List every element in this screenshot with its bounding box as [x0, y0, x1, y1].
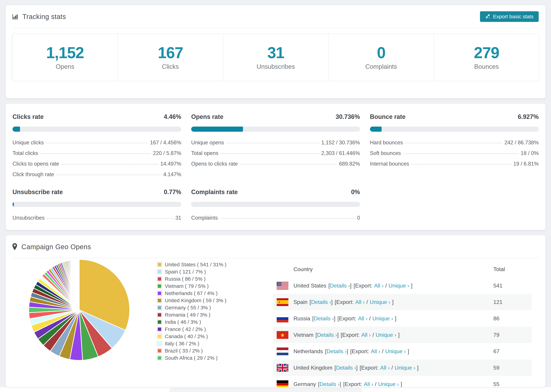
export-all-link[interactable]: All ›: [380, 365, 390, 371]
summary-label: Unsubscribes: [223, 63, 328, 70]
legend-item: Italy ( 36 / 2% ): [157, 340, 226, 347]
stat-label: Total opens: [191, 150, 218, 156]
legend-swatch: [157, 341, 162, 346]
legend-item: Russia ( 86 / 5% ): [157, 275, 226, 283]
stat-label: Unsubscribes: [13, 215, 45, 221]
legend-label: United Kingdom ( 59 / 3% ): [165, 298, 226, 303]
stat-row: Click through rate 4.147%: [13, 171, 181, 177]
legend-label: Vietnam ( 79 / 5% ): [165, 283, 209, 289]
export-all-link[interactable]: All ›: [361, 332, 371, 338]
rate-value: 6.927%: [518, 113, 539, 120]
pie-slice[interactable]: [79, 259, 79, 310]
table-row: Russia [Details ›] [Export:All ›/Unique …: [273, 310, 532, 327]
table-row: United Kingdom [Details ›] [Export:All ›…: [273, 359, 532, 376]
rate-title: Clicks rate: [13, 113, 44, 120]
legend-swatch: [157, 262, 162, 267]
rates-card: Clicks rate 4.46% Unique clicks 167 / 4.…: [6, 104, 545, 230]
export-all-link[interactable]: All ›: [364, 381, 373, 387]
legend-item: Netherlands ( 67 / 4% ): [157, 290, 226, 297]
progress-fill: [13, 126, 20, 132]
rate-value: 4.46%: [164, 113, 181, 120]
details-link[interactable]: Details ›: [336, 365, 356, 371]
legend-item: Brazil ( 33 / 2% ): [157, 347, 226, 354]
stat-label: Internal bounces: [370, 161, 409, 167]
legend-swatch: [157, 334, 162, 339]
export-all-link[interactable]: All ›: [374, 283, 384, 289]
export-unique-link[interactable]: Unique ›: [376, 332, 396, 338]
export-unique-link[interactable]: Unique ›: [385, 348, 406, 355]
total-cell: 55: [493, 381, 532, 387]
bracket: ]: [356, 365, 358, 371]
summary-label: Opens: [13, 63, 118, 70]
export-unique-link[interactable]: Unique ›: [372, 315, 393, 322]
geo-header: Campaign Geo Opens: [6, 235, 545, 258]
stat-row: Clicks to opens rate 14.497%: [13, 161, 181, 167]
stat-row: Complaints 0: [191, 215, 360, 221]
export-basic-stats-button[interactable]: Export basic stats: [480, 11, 539, 22]
slash: /: [375, 381, 376, 387]
country-name: United States: [293, 283, 326, 289]
dotted-leader: [40, 154, 151, 154]
stat-label: Soft bounces: [370, 150, 401, 156]
dotted-leader: [220, 218, 355, 219]
table-row: United States [Details ›] [Export:All ›/…: [273, 277, 532, 294]
details-link[interactable]: Details ›: [311, 299, 331, 305]
export-unique-link[interactable]: Unique ›: [370, 299, 390, 305]
export-all-link[interactable]: All ›: [358, 315, 367, 322]
stat-value: 2,303 / 61.446%: [321, 150, 360, 156]
rate-title: Bounce rate: [370, 113, 406, 120]
tracking-stats-header: Tracking stats Export basic stats: [6, 5, 545, 28]
stat-row: Soft bounces 18 / 0%: [370, 150, 539, 156]
export-unique-link[interactable]: Unique ›: [389, 283, 409, 289]
export-prefix: [Export:: [343, 381, 362, 387]
stat-value: 4.147%: [163, 171, 181, 177]
stat-row: Hard bounces 242 / 86.738%: [370, 140, 539, 146]
legend-label: Brazil ( 33 / 2% ): [165, 348, 203, 354]
legend-item: France ( 42 / 2% ): [157, 326, 226, 333]
bracket: [: [335, 365, 336, 371]
summary-cell: 31 Unsubscribes: [223, 34, 328, 81]
export-all-link[interactable]: All ›: [371, 348, 380, 355]
export-icon: [485, 13, 491, 20]
bracket: [: [318, 381, 320, 387]
details-link[interactable]: Details ›: [317, 332, 337, 338]
bracket: [: [325, 348, 327, 355]
table-row: Germany [Details ›] [Export:All ›/Unique…: [273, 376, 532, 387]
bracket: ]: [392, 299, 394, 305]
stat-label: Complaints: [191, 215, 218, 221]
stat-value: 1,152 / 30.736%: [321, 140, 360, 146]
legend-label: India ( 46 / 3% ): [165, 319, 201, 325]
legend-label: United States ( 541 / 31% ): [165, 262, 226, 267]
stat-value: 18 / 0%: [521, 150, 539, 156]
stat-value: 14.497%: [160, 161, 181, 167]
details-link[interactable]: Details ›: [319, 381, 339, 387]
bracket: ]: [347, 348, 348, 355]
dotted-leader: [47, 218, 173, 219]
country-cell: Germany [Details ›] [Export:All ›/Unique…: [293, 381, 493, 387]
summary-label: Complaints: [329, 63, 434, 70]
summary-label: Clicks: [118, 63, 223, 70]
clicks-rate-block: Clicks rate 4.46% Unique clicks 167 / 4.…: [13, 113, 181, 177]
export-all-link[interactable]: All ›: [355, 299, 365, 305]
legend-item: Spain ( 121 / 7% ): [157, 268, 226, 275]
summary-cell: 279 Bounces: [434, 34, 539, 81]
export-unique-link[interactable]: Unique ›: [378, 381, 399, 387]
export-unique-link[interactable]: Unique ›: [395, 365, 415, 371]
details-link[interactable]: Details ›: [330, 283, 350, 289]
country-name: Netherlands: [293, 348, 323, 355]
legend-swatch: [157, 291, 162, 296]
legend-item: United States ( 541 / 31% ): [157, 261, 226, 268]
export-prefix: [Export:: [335, 299, 353, 305]
bar-chart-icon: [12, 13, 19, 20]
rate-title: Complaints rate: [191, 189, 238, 196]
slash: /: [385, 283, 387, 289]
details-link[interactable]: Details ›: [314, 315, 334, 322]
details-link[interactable]: Details ›: [326, 348, 346, 355]
legend-swatch: [157, 276, 162, 281]
stat-label: Click through rate: [13, 171, 54, 177]
export-button-label: Export basic stats: [493, 14, 534, 20]
slash: /: [372, 332, 374, 338]
geo-opens-pie-chart: [28, 259, 131, 361]
legend-label: Netherlands ( 67 / 4% ): [165, 290, 218, 296]
dotted-leader: [46, 143, 148, 143]
